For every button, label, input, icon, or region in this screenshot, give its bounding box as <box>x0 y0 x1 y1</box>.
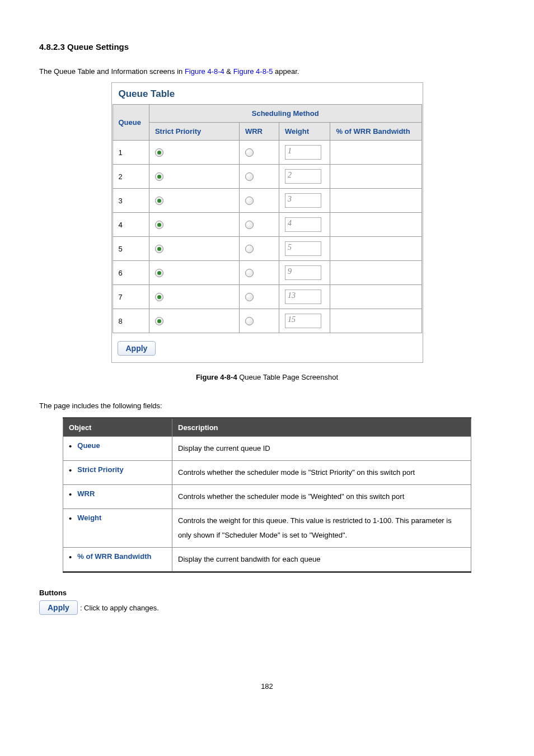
wrr-radio[interactable] <box>245 221 254 229</box>
table-row: 815 <box>113 309 421 333</box>
wrr-radio[interactable] <box>245 172 254 181</box>
fields-header-object: Object <box>63 418 172 437</box>
weight-input[interactable]: 9 <box>285 265 321 280</box>
figure-caption-label: Figure 4-8-4 <box>196 373 237 381</box>
fields-intro: The page includes the following fields: <box>39 402 495 410</box>
queue-id: 4 <box>113 213 149 237</box>
wrr-bandwidth-cell <box>330 285 421 309</box>
intro-text: The Queue Table and Information screens … <box>39 67 495 76</box>
field-description: Controls the weight for this queue. This… <box>172 509 471 548</box>
table-row: 22 <box>113 165 421 189</box>
buttons-heading: Buttons <box>39 589 495 597</box>
queue-id: 2 <box>113 165 149 189</box>
fields-header-description: Description <box>172 418 471 437</box>
field-object: Strict Priority <box>63 461 172 485</box>
wrr-radio[interactable] <box>245 269 254 277</box>
strict-priority-radio[interactable] <box>155 317 163 325</box>
weight-input[interactable]: 1 <box>285 145 321 160</box>
weight-input[interactable]: 13 <box>285 290 321 304</box>
field-object: WRR <box>63 485 172 509</box>
table-row: 33 <box>113 189 421 213</box>
th-wrr: WRR <box>239 123 279 141</box>
queue-id: 8 <box>113 309 149 333</box>
intro-mid: & <box>224 67 233 76</box>
wrr-bandwidth-cell <box>330 165 421 189</box>
th-scheduling-method: Scheduling Method <box>149 105 421 123</box>
field-object: Weight <box>63 509 172 548</box>
th-queue: Queue <box>113 105 149 141</box>
wrr-bandwidth-cell <box>330 141 421 165</box>
table-row: Strict PriorityControls whether the sche… <box>63 461 471 485</box>
wrr-bandwidth-cell <box>330 261 421 285</box>
queue-table: Queue Scheduling Method Strict Priority … <box>113 104 422 333</box>
apply-button[interactable]: Apply <box>118 341 156 356</box>
field-description: Controls whether the scheduler mode is "… <box>172 461 471 485</box>
field-description: Display the current queue ID <box>172 437 471 461</box>
apply-button-example[interactable]: Apply <box>39 600 78 615</box>
strict-priority-radio[interactable] <box>155 293 163 301</box>
queue-id: 6 <box>113 261 149 285</box>
queue-id: 7 <box>113 285 149 309</box>
wrr-radio[interactable] <box>245 317 254 325</box>
th-weight: Weight <box>279 123 330 141</box>
strict-priority-radio[interactable] <box>155 245 163 253</box>
weight-input[interactable]: 3 <box>285 193 321 208</box>
wrr-bandwidth-cell <box>330 213 421 237</box>
apply-button-description: : Click to apply changes. <box>80 604 159 612</box>
strict-priority-radio[interactable] <box>155 197 163 205</box>
table-row: 69 <box>113 261 421 285</box>
table-row: % of WRR BandwidthDisplay the current ba… <box>63 548 471 572</box>
table-row: QueueDisplay the current queue ID <box>63 437 471 461</box>
queue-id: 5 <box>113 237 149 261</box>
figure-link-485[interactable]: Figure 4-8-5 <box>233 67 273 76</box>
intro-suffix: appear. <box>273 67 299 76</box>
table-row: 44 <box>113 213 421 237</box>
wrr-bandwidth-cell <box>330 237 421 261</box>
weight-input[interactable]: 4 <box>285 217 321 232</box>
figure-link-484[interactable]: Figure 4-8-4 <box>185 67 224 76</box>
queue-id: 3 <box>113 189 149 213</box>
table-row: WeightControls the weight for this queue… <box>63 509 471 548</box>
field-description: Controls whether the scheduler mode is "… <box>172 485 471 509</box>
strict-priority-radio[interactable] <box>155 172 163 181</box>
strict-priority-radio[interactable] <box>155 269 163 277</box>
table-row: 11 <box>113 141 421 165</box>
field-description: Display the current bandwith for each qu… <box>172 548 471 572</box>
wrr-radio[interactable] <box>245 197 254 205</box>
fields-table: Object Description QueueDisplay the curr… <box>63 417 471 573</box>
wrr-radio[interactable] <box>245 293 254 301</box>
queue-id: 1 <box>113 141 149 165</box>
figure-caption-text: Queue Table Page Screenshot <box>237 373 338 381</box>
wrr-radio[interactable] <box>245 245 254 253</box>
page-number: 182 <box>39 682 495 690</box>
wrr-bandwidth-cell <box>330 189 421 213</box>
section-heading: 4.8.2.3 Queue Settings <box>39 42 495 52</box>
queue-table-panel: Queue Table Queue Scheduling Method Stri… <box>111 82 423 363</box>
field-object: % of WRR Bandwidth <box>63 548 172 572</box>
weight-input[interactable]: 15 <box>285 314 321 328</box>
intro-prefix: The Queue Table and Information screens … <box>39 67 185 76</box>
panel-title: Queue Table <box>112 83 423 104</box>
th-wrr-bandwidth: % of WRR Bandwidth <box>330 123 421 141</box>
strict-priority-radio[interactable] <box>155 148 163 157</box>
weight-input[interactable]: 5 <box>285 241 321 256</box>
table-row: WRRControls whether the scheduler mode i… <box>63 485 471 509</box>
table-row: 713 <box>113 285 421 309</box>
figure-caption: Figure 4-8-4 Queue Table Page Screenshot <box>39 373 495 381</box>
strict-priority-radio[interactable] <box>155 221 163 229</box>
table-row: 55 <box>113 237 421 261</box>
wrr-bandwidth-cell <box>330 309 421 333</box>
th-strict-priority: Strict Priority <box>149 123 239 141</box>
field-object: Queue <box>63 437 172 461</box>
weight-input[interactable]: 2 <box>285 169 321 184</box>
wrr-radio[interactable] <box>245 148 254 157</box>
